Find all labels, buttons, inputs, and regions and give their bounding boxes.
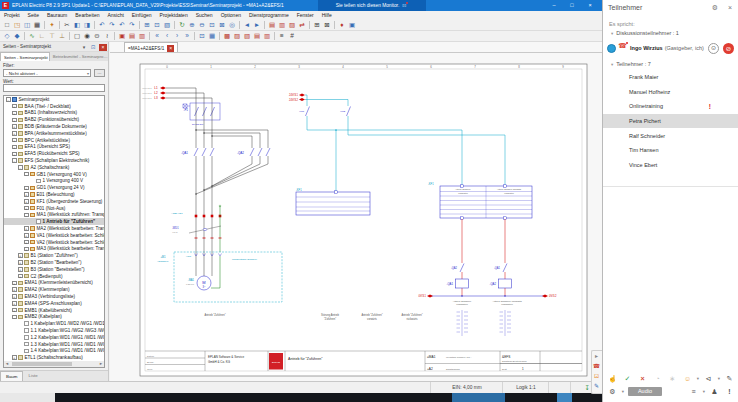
menu-item[interactable]: Bearbeiten [71, 11, 103, 20]
expand-toggle-icon[interactable]: + [24, 186, 29, 191]
expand-toggle-icon[interactable] [18, 342, 23, 347]
insert-symbol-icon[interactable]: ⊞ [142, 20, 152, 30]
maximize-button[interactable]: □ [564, 0, 580, 11]
expand-toggle-icon[interactable]: - [24, 172, 29, 177]
expand-toggle-icon[interactable]: + [12, 118, 17, 123]
expand-toggle-icon[interactable] [18, 335, 23, 340]
screen-share-banner[interactable]: Sie teilen sich diesen Monitor.⊡ [318, 0, 426, 11]
tree-item[interactable]: + EFA5 (Rückübersicht SPS) [4, 150, 104, 157]
black-box-icon[interactable]: ▣ [117, 31, 127, 41]
structure-box-icon[interactable]: ▥ [137, 31, 147, 41]
tab-betriebsmittel[interactable]: Betriebsmittel - Seminarpro… [50, 52, 108, 61]
filter-select[interactable]: - Nicht aktiviert - ▾ [3, 69, 91, 77]
page-tab-close-icon[interactable]: × [167, 45, 174, 52]
tree-item[interactable]: + F01 (Not-Aus) [4, 205, 104, 212]
tab-liste[interactable]: Liste [23, 371, 42, 381]
expand-toggle-icon[interactable]: + [12, 124, 17, 129]
disagree-icon[interactable]: × [635, 373, 650, 384]
next-page-icon[interactable]: › [172, 31, 182, 41]
gear-icon[interactable]: ⚙ [712, 4, 718, 12]
zoom-out-icon[interactable]: ⊖ [197, 20, 207, 30]
agree-icon[interactable]: ✓ [620, 373, 635, 384]
tab-baum[interactable]: Baum [0, 371, 23, 381]
hash-grid-icon[interactable]: # [287, 31, 297, 41]
view-options-icon[interactable]: ≡ [686, 386, 701, 397]
t-node-icon[interactable]: ⊤ [47, 31, 57, 41]
insert-macro-icon[interactable]: ⊡ [152, 20, 162, 30]
last-page-icon[interactable]: » [182, 31, 192, 41]
tree-item[interactable]: 1 Antrieb für "Zuführen" [4, 218, 104, 225]
filter-more-button[interactable]: … [94, 69, 105, 77]
minimize-button[interactable]: – [546, 0, 562, 11]
audio-button[interactable]: Audio [628, 387, 662, 396]
zoom-window-icon[interactable]: ⊡ [207, 20, 217, 30]
menu-item[interactable]: Projektdaten [156, 11, 192, 20]
expand-toggle-icon[interactable]: + [18, 260, 23, 265]
tree-item[interactable]: + BAA (Titel- / Deckblatt) [4, 103, 104, 110]
workspace-icon[interactable]: ⊡ [197, 31, 207, 41]
tree-item[interactable]: - GB1 (Versorgung 400 V) [4, 171, 104, 178]
tree-item[interactable]: + MA2 (Werkstück bearbeiten: Tran [4, 225, 104, 232]
tree-item[interactable]: 1.4 Kabelplan:WG1 /WD1 /WD1 /WG1 [4, 347, 104, 354]
expand-toggle-icon[interactable]: + [12, 145, 17, 150]
expand-toggle-icon[interactable]: + [18, 267, 23, 272]
grab-screen-icon[interactable]: ⊡ [592, 371, 601, 381]
tree-item[interactable]: 1.3 Kabelplan:WD1 /WG1 /WD1 /WG1 [4, 341, 104, 348]
tree-item[interactable]: + B1 (Station "Zuführen") [4, 252, 104, 259]
menu-item[interactable]: Einfügen [128, 11, 156, 20]
expand-toggle-icon[interactable]: + [24, 192, 29, 197]
dock-float-icon[interactable]: ⊡ [89, 44, 97, 51]
tree-item[interactable]: - EFS (Schaltplan Elektrotechnik) [4, 157, 104, 164]
page-back-icon[interactable]: ◄ [242, 20, 252, 30]
menu-item[interactable]: Optionen [217, 11, 245, 20]
new-icon[interactable]: □ [2, 20, 12, 30]
motor-icon[interactable]: ◉ [82, 31, 92, 41]
zoom-in-icon[interactable]: ⊕ [187, 20, 197, 30]
prev-page-icon[interactable]: ‹ [162, 31, 172, 41]
cable-navigator-icon[interactable]: ▧ [242, 31, 252, 41]
expand-toggle-icon[interactable]: - [12, 158, 17, 163]
tree-item[interactable]: - MA1 (Werkstück zuführen: Transp [4, 212, 104, 219]
insert-graphic-icon[interactable]: ▧ [162, 20, 172, 30]
tree-item[interactable]: - A2 (Schaltschrank) [4, 164, 104, 171]
section-attendees[interactable]: ▾Teilnehmer : 7 [611, 61, 651, 67]
tree-item[interactable]: + EFA1 (Übersicht SPS) [4, 144, 104, 151]
expand-toggle-icon[interactable]: - [18, 165, 23, 170]
attendee-row[interactable]: Onlinetraining ! [603, 99, 738, 114]
terminal-icon[interactable]: ⊙ [92, 31, 102, 41]
grid-icon[interactable]: ⊞ [312, 20, 322, 30]
panel-close-icon[interactable]: × [728, 4, 732, 11]
menu-item[interactable]: Bauraum [43, 11, 71, 20]
taskbar-app[interactable] [557, 393, 572, 402]
terminal-navigator-icon[interactable]: ▨ [287, 20, 297, 30]
tab-seiten[interactable]: Seiten - Seminarprojekt [0, 52, 50, 61]
dock-header[interactable]: Seiten - Seminarprojekt ▾ ⊡ × [0, 42, 108, 52]
cable-icon[interactable]: ≀ [102, 31, 112, 41]
device-navigator-icon[interactable]: ▤ [267, 20, 277, 30]
tree-item[interactable]: 1.2 Kabelplan:WD1 /WG1 /WD1 /WG1 [4, 334, 104, 341]
attendee-row[interactable]: Tim Hansen [603, 143, 738, 158]
tree-item[interactable]: + EMA3 (Verbindungsliste) [4, 293, 104, 300]
drawing-tool-icon[interactable]: ✎ [722, 373, 737, 384]
zoom-fit-icon[interactable]: ⊠ [217, 20, 227, 30]
redo-icon[interactable]: ↷ [107, 20, 117, 30]
symbol-icon[interactable]: ◇ [2, 31, 12, 41]
expand-toggle-icon[interactable]: - [12, 315, 17, 320]
expand-toggle-icon[interactable]: + [12, 104, 17, 109]
tree-item[interactable]: 1 Kabelplan:WD1 /WD2 /WG1 /WD1 [4, 320, 104, 327]
tree-item[interactable]: + MA3 (Werkstück bearbeiten: Tran [4, 246, 104, 253]
connection-navigator-icon[interactable]: ▤ [252, 31, 262, 41]
tree-item[interactable]: + BAB2 (Funktionsübersicht) [4, 116, 104, 123]
plc-box-icon[interactable]: ▤ [127, 31, 137, 41]
plc-navigator-icon[interactable]: ▨ [232, 31, 242, 41]
undo-list-icon[interactable]: ↶ [117, 20, 127, 30]
tree-item[interactable]: + EMA4 (SPS-Anschlussplan) [4, 300, 104, 307]
expand-toggle-icon[interactable] [30, 219, 35, 224]
tree-item[interactable]: 1.1 Kabelplan:WG1 /WG2 /WG3 /WG4 [4, 327, 104, 334]
menu-item[interactable]: Ansicht [103, 11, 127, 20]
expand-toggle-icon[interactable]: + [12, 138, 17, 143]
webcam-button[interactable]: ⊙ [708, 43, 719, 54]
page-forward-icon[interactable]: ► [252, 20, 262, 30]
expand-toggle-icon[interactable]: + [12, 131, 17, 136]
step-away-icon[interactable]: ◔ [650, 373, 665, 384]
